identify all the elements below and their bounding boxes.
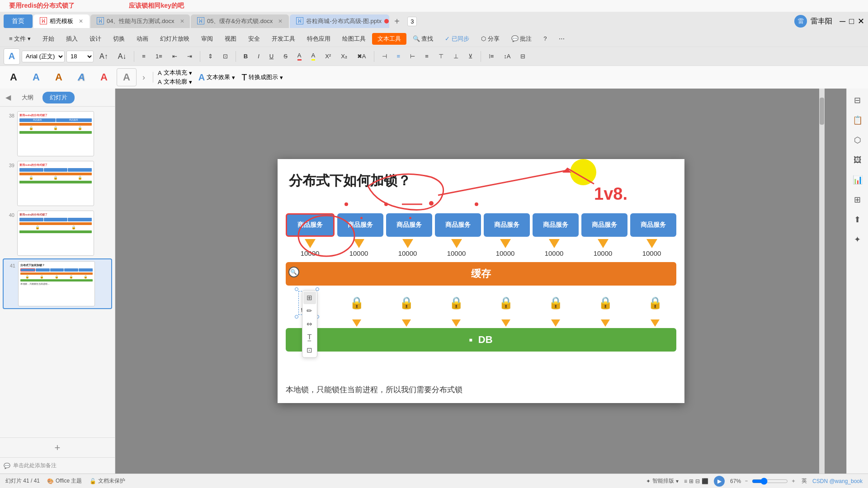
- menu-file[interactable]: ≡ 文件 ▾: [4, 33, 36, 45]
- menu-security[interactable]: 安全: [243, 33, 265, 45]
- right-panel-chart-btn[interactable]: 📊: [849, 172, 866, 188]
- menu-text[interactable]: 文本工具: [372, 33, 406, 45]
- indent-left-btn[interactable]: ⇤: [168, 51, 181, 62]
- tab-docx1[interactable]: 🅆 04、性能与压力测试.docx ✕: [90, 14, 190, 28]
- slide-item-39[interactable]: 39 要用redis的分布式锁了 🔒 🔒 🔒: [3, 159, 112, 208]
- underline-btn[interactable]: U: [265, 51, 278, 62]
- font-size-select[interactable]: 18: [66, 51, 94, 62]
- align-bottom-btn[interactable]: ⊻: [464, 51, 477, 62]
- handle-bl[interactable]: [295, 315, 298, 319]
- note-area[interactable]: 💬 单击此处添加备注: [0, 457, 115, 474]
- text-effect-btn[interactable]: A 文本效果 ▾: [198, 72, 235, 83]
- tab-slides[interactable]: 幻灯片: [42, 92, 75, 103]
- menu-search[interactable]: 🔍 查找: [407, 33, 439, 45]
- col-btn[interactable]: ⁞≡: [485, 51, 498, 62]
- float-stack-btn[interactable]: ⊞: [303, 291, 316, 304]
- list-btn[interactable]: ≡: [138, 51, 150, 62]
- maximize-btn[interactable]: □: [849, 17, 854, 26]
- handle-tl[interactable]: [295, 287, 298, 291]
- italic-btn[interactable]: I: [254, 51, 264, 62]
- menu-more[interactable]: ⋯: [553, 33, 570, 44]
- text-style-btn-6[interactable]: A: [117, 68, 137, 86]
- view-present-icon[interactable]: ⬛: [702, 478, 708, 484]
- bold-btn[interactable]: B: [240, 51, 252, 62]
- list-num-btn[interactable]: 1≡: [151, 51, 166, 62]
- menu-comment[interactable]: 💬 批注: [506, 33, 538, 45]
- menu-draw[interactable]: 绘图工具: [337, 33, 371, 45]
- zoom-out-btn[interactable]: －: [744, 477, 749, 485]
- tab-outline[interactable]: 大纲: [14, 92, 41, 103]
- zoom-slider[interactable]: [752, 478, 788, 485]
- align-right-btn[interactable]: ⊢: [406, 51, 419, 62]
- add-slide-btn[interactable]: +: [0, 437, 115, 457]
- right-panel-table-btn[interactable]: ⊞: [849, 192, 866, 208]
- float-edit-btn[interactable]: ✏: [303, 305, 316, 317]
- right-panel-shape-btn[interactable]: ⬡: [849, 132, 866, 148]
- right-panel-properties-btn[interactable]: ⊟: [849, 92, 866, 108]
- close-btn[interactable]: ✕: [858, 16, 864, 26]
- slide-item-40[interactable]: 40 要用redis的分布式锁了 🔒 🔒: [3, 209, 112, 258]
- menu-start[interactable]: 开始: [37, 33, 60, 45]
- text-outline-arrow[interactable]: ▾: [189, 79, 192, 85]
- clear-format-btn[interactable]: ✖A: [353, 51, 370, 62]
- align-middle-btn[interactable]: ⊥: [449, 51, 462, 62]
- text-style-btn-1[interactable]: A: [4, 68, 24, 86]
- font-increase-btn[interactable]: A↑: [95, 50, 112, 63]
- text-style-btn-3[interactable]: A: [49, 68, 69, 86]
- right-panel-export-btn[interactable]: ⬆: [849, 211, 866, 228]
- text-style-btn-2[interactable]: A: [26, 68, 46, 86]
- view-grid-icon[interactable]: ⊞: [689, 478, 693, 484]
- smart-sort-btn[interactable]: ✦ 智能排版 ▾: [646, 477, 679, 485]
- text-outline-btn[interactable]: A 文本轮廓 ▾: [158, 78, 192, 86]
- menu-slideshow[interactable]: 幻灯片放映: [155, 33, 195, 45]
- highlight-btn[interactable]: A: [307, 50, 320, 63]
- text-fill-arrow[interactable]: ▾: [189, 70, 192, 76]
- subscript-btn[interactable]: X₂: [337, 51, 351, 62]
- menu-sync[interactable]: ✓ 已同步: [439, 33, 475, 45]
- scrollbar-thumb[interactable]: [820, 98, 824, 125]
- menu-share[interactable]: ⬡ 分享: [476, 33, 505, 45]
- slide-item-41[interactable]: 41 分布式下如何加锁？ 🔒: [3, 258, 112, 309]
- text-fill-btn[interactable]: A 文本填充 ▾: [158, 69, 192, 77]
- tab-add[interactable]: +: [390, 14, 404, 28]
- line-height-btn[interactable]: ⇕: [204, 51, 217, 62]
- scrollbar-vertical[interactable]: [819, 89, 825, 474]
- menu-features[interactable]: 特色应用: [302, 33, 336, 45]
- menu-view[interactable]: 视图: [219, 33, 242, 45]
- list2-btn[interactable]: ⊟: [516, 51, 529, 62]
- text-format-icon[interactable]: A: [4, 48, 20, 65]
- text-styles-more[interactable]: ›: [139, 69, 148, 85]
- float-text-btn[interactable]: T̲: [303, 331, 316, 343]
- font-family-select[interactable]: Arial (正文): [22, 51, 65, 62]
- view-btns[interactable]: ≡ ⊞ ⊟ ⬛: [684, 478, 708, 484]
- search-circle-icon[interactable]: 🔍: [288, 267, 299, 277]
- minimize-btn[interactable]: ─: [840, 17, 845, 26]
- slide-item-38[interactable]: 38 要用redis的分布式锁了 商品服务 商品服务 🔒 🔒 🔒: [3, 109, 112, 158]
- align-top-btn[interactable]: ⊤: [434, 51, 448, 62]
- text-box-btn[interactable]: ⊡: [219, 51, 232, 62]
- menu-insert[interactable]: 插入: [61, 33, 83, 45]
- play-btn[interactable]: ▶: [714, 476, 725, 487]
- zoom-in-btn[interactable]: ＋: [791, 477, 796, 485]
- convert-btn[interactable]: T 转换成图示 ▾: [241, 72, 283, 83]
- tab-template[interactable]: 🅆 稻壳模板 ✕: [33, 14, 90, 28]
- menu-switch[interactable]: 切换: [108, 33, 130, 45]
- menu-devtools[interactable]: 开发工具: [266, 33, 301, 45]
- strikethrough-btn[interactable]: S: [279, 51, 292, 62]
- align-center-btn[interactable]: ≡: [393, 51, 405, 62]
- align-left-btn[interactable]: ⊣: [378, 51, 391, 62]
- tab-home[interactable]: 首页: [4, 14, 33, 28]
- indent-right-btn[interactable]: ⇥: [183, 51, 196, 62]
- text-style-btn-4[interactable]: A: [71, 68, 91, 86]
- sidebar-collapse-btn[interactable]: ◀: [4, 91, 13, 103]
- menu-help[interactable]: ?: [538, 33, 552, 44]
- right-panel-image-btn[interactable]: 🖼: [849, 152, 866, 168]
- font-color-btn[interactable]: A: [293, 50, 306, 63]
- justify-btn[interactable]: ≡: [421, 51, 433, 62]
- font-decrease-btn[interactable]: A↓: [114, 50, 131, 63]
- text-style-btn-5[interactable]: A: [94, 68, 114, 86]
- float-select-btn[interactable]: ⊡: [303, 344, 316, 357]
- tab-pptx[interactable]: 🅆 谷粒商城-分布式高级-图.pptx ✕: [290, 14, 389, 28]
- tab-docx2[interactable]: 🅆 05、缓存&分布式锁.docx ✕: [191, 14, 289, 28]
- right-panel-ai-btn[interactable]: ✦: [849, 231, 866, 248]
